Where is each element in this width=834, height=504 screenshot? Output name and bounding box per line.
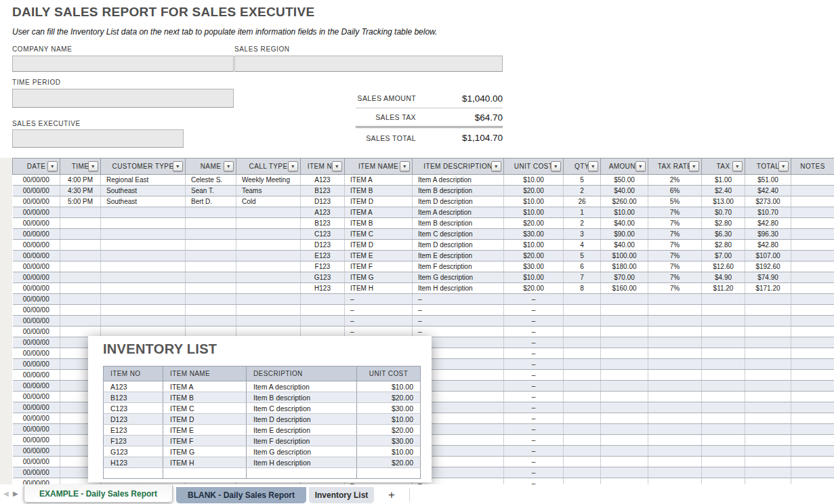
cell[interactable]: E123: [301, 251, 345, 261]
cell[interactable]: Sean T.: [186, 186, 236, 196]
cell[interactable]: [745, 359, 791, 370]
cell[interactable]: $273.00: [745, 196, 791, 207]
tab-scroll-right-icon[interactable]: ▶: [13, 490, 18, 498]
cell[interactable]: [60, 240, 101, 251]
cell[interactable]: $10.00: [601, 207, 648, 218]
cell[interactable]: 7%: [648, 229, 702, 240]
cell[interactable]: –: [504, 294, 564, 305]
cell[interactable]: [745, 457, 791, 467]
cell[interactable]: [791, 305, 834, 316]
cell[interactable]: [648, 359, 702, 370]
cell[interactable]: [791, 294, 834, 305]
cell[interactable]: [745, 424, 791, 435]
cell[interactable]: B123: [104, 392, 163, 403]
cell[interactable]: [601, 327, 648, 337]
cell[interactable]: [564, 402, 601, 413]
cell[interactable]: Item D description: [247, 414, 357, 425]
cell[interactable]: $74.90: [745, 272, 791, 283]
cell[interactable]: Southeast: [101, 186, 186, 196]
cell[interactable]: $2.80: [702, 240, 745, 251]
cell[interactable]: 00/00/00: [13, 186, 60, 196]
cell[interactable]: [104, 468, 163, 479]
cell[interactable]: 00/00/00: [13, 175, 60, 186]
cell[interactable]: [791, 381, 834, 392]
cell[interactable]: ITEM E: [345, 251, 413, 261]
cell[interactable]: [236, 283, 301, 294]
cell[interactable]: [648, 402, 702, 413]
cell[interactable]: 3: [564, 229, 601, 240]
sales-executive-input[interactable]: [12, 129, 184, 148]
cell[interactable]: 00/00/00: [13, 467, 60, 478]
filter-button[interactable]: ▼: [173, 161, 183, 171]
cell[interactable]: D123: [104, 414, 163, 425]
cell[interactable]: –: [504, 413, 564, 424]
cell[interactable]: $13.00: [702, 196, 745, 207]
cell[interactable]: [791, 218, 834, 229]
cell[interactable]: –: [413, 305, 504, 316]
cell[interactable]: Item F description: [413, 261, 504, 272]
cell[interactable]: $42.80: [745, 218, 791, 229]
cell[interactable]: [564, 413, 601, 424]
cell[interactable]: Item H description: [413, 283, 504, 294]
cell[interactable]: [564, 327, 601, 337]
cell[interactable]: [745, 348, 791, 359]
cell[interactable]: 00/00/00: [13, 392, 60, 402]
cell[interactable]: $20.00: [357, 457, 421, 468]
cell[interactable]: 00/00/00: [13, 457, 60, 467]
filter-button[interactable]: ▼: [491, 161, 501, 171]
cell[interactable]: 00/00/00: [13, 370, 60, 381]
cell[interactable]: [791, 337, 834, 348]
cell[interactable]: [564, 446, 601, 457]
cell[interactable]: ITEM E: [163, 425, 247, 436]
cell[interactable]: [101, 218, 186, 229]
cell[interactable]: 00/00/00: [13, 413, 60, 424]
cell[interactable]: [236, 305, 301, 316]
cell[interactable]: $160.00: [601, 283, 648, 294]
cell[interactable]: Item A description: [247, 381, 357, 392]
cell[interactable]: $260.00: [601, 196, 648, 207]
cell[interactable]: 00/00/00: [13, 381, 60, 392]
cell[interactable]: Item G description: [413, 272, 504, 283]
cell[interactable]: [791, 229, 834, 240]
cell[interactable]: –: [504, 457, 564, 467]
cell[interactable]: [648, 467, 702, 478]
cell[interactable]: [564, 457, 601, 467]
cell[interactable]: $10.00: [357, 414, 421, 425]
cell[interactable]: $30.00: [357, 436, 421, 446]
cell[interactable]: [702, 337, 745, 348]
cell[interactable]: 7%: [648, 283, 702, 294]
cell[interactable]: –: [504, 478, 564, 485]
cell[interactable]: [186, 229, 236, 240]
cell[interactable]: [745, 402, 791, 413]
cell[interactable]: –: [504, 435, 564, 446]
cell[interactable]: [564, 381, 601, 392]
cell[interactable]: F123: [104, 436, 163, 446]
cell[interactable]: [601, 381, 648, 392]
cell[interactable]: 00/00/00: [13, 337, 60, 348]
cell[interactable]: 00/00/00: [13, 348, 60, 359]
cell[interactable]: 7%: [648, 207, 702, 218]
cell[interactable]: A123: [301, 175, 345, 186]
cell[interactable]: [60, 283, 101, 294]
cell[interactable]: [648, 337, 702, 348]
cell[interactable]: E123: [104, 425, 163, 436]
cell[interactable]: [702, 305, 745, 316]
cell[interactable]: 00/00/00: [13, 316, 60, 327]
cell[interactable]: [186, 305, 236, 316]
cell[interactable]: ITEM C: [345, 229, 413, 240]
cell[interactable]: [702, 392, 745, 402]
cell[interactable]: $96.30: [745, 229, 791, 240]
cell[interactable]: [101, 305, 186, 316]
cell[interactable]: [564, 424, 601, 435]
cell[interactable]: G123: [104, 446, 163, 457]
cell[interactable]: $20.00: [357, 392, 421, 403]
cell[interactable]: [60, 251, 101, 261]
cell[interactable]: $10.00: [357, 446, 421, 457]
filter-button[interactable]: ▼: [778, 161, 789, 171]
cell[interactable]: 2: [564, 218, 601, 229]
filter-button[interactable]: ▼: [588, 161, 598, 171]
cell[interactable]: Item H description: [247, 457, 357, 468]
cell[interactable]: 4: [564, 240, 601, 251]
cell[interactable]: [791, 196, 834, 207]
cell[interactable]: 00/00/00: [13, 359, 60, 370]
